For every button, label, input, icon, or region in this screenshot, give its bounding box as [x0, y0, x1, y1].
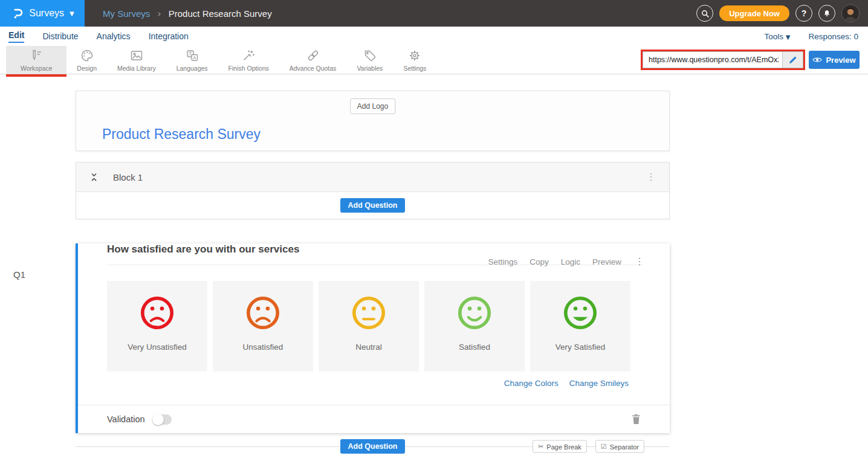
tool-label: Design: [77, 65, 97, 72]
block-add-question-row: Add Question: [76, 192, 669, 219]
brand-label: Surveys: [29, 8, 64, 19]
page-break-button[interactable]: ✂ Page Break: [533, 440, 587, 453]
neutral-face-icon: [350, 294, 387, 332]
brand-menu[interactable]: Surveys ▼: [0, 0, 85, 27]
tool-advance-quotas[interactable]: Advance Quotas: [279, 46, 347, 74]
settings-icon: [407, 48, 422, 63]
delete-question-button[interactable]: [632, 414, 641, 425]
languages-icon: 文 A: [185, 48, 199, 63]
edit-url-button[interactable]: [782, 52, 803, 68]
editor-content: Q1 Add Logo Product Research Survey Bloc…: [0, 91, 868, 476]
question-logic-link[interactable]: Logic: [561, 257, 580, 266]
separator-button[interactable]: ☑ Separator: [595, 440, 644, 453]
frown-face-icon: [244, 294, 282, 332]
breadcrumb: My Surveys › Product Research Survey: [85, 8, 696, 19]
tools-dropdown[interactable]: Tools ▼: [764, 32, 790, 41]
help-button[interactable]: ?: [795, 5, 812, 22]
svg-text:A: A: [193, 54, 196, 60]
tab-distribute[interactable]: Distribute: [42, 31, 78, 41]
change-colors-link[interactable]: Change Colors: [504, 379, 559, 388]
block-menu-kebab-icon[interactable]: ⋮: [646, 172, 656, 182]
responses-count: Responses: 0: [808, 32, 858, 41]
breadcrumb-current: Product Research Survey: [169, 8, 272, 19]
block-title[interactable]: Block 1: [113, 172, 143, 182]
bell-icon: [823, 9, 831, 18]
smiley-options-row: Very Unsatisfied Unsatisfied: [107, 281, 670, 371]
checkbox-checked-icon: ☑: [601, 443, 607, 451]
preview-button[interactable]: Preview: [809, 51, 860, 69]
survey-editor-screen: Surveys ▼ My Surveys › Product Research …: [0, 0, 868, 476]
chevron-down-icon: ▼: [70, 10, 74, 17]
collapse-block-icon[interactable]: [89, 172, 99, 182]
question-copy-link[interactable]: Copy: [530, 257, 549, 266]
top-header-bar: Surveys ▼ My Surveys › Product Research …: [0, 0, 868, 27]
survey-title[interactable]: Product Research Survey: [102, 126, 261, 143]
smiley-option-very-satisfied[interactable]: Very Satisfied: [530, 281, 630, 371]
smiley-label: Neutral: [355, 343, 382, 352]
advance-quotas-icon: [306, 48, 320, 63]
smiley-option-satisfied[interactable]: Satisfied: [424, 281, 525, 371]
chevron-down-icon: ▼: [786, 34, 791, 40]
breadcrumb-parent-link[interactable]: My Surveys: [103, 8, 150, 19]
survey-header-card: Add Logo Product Research Survey: [76, 91, 670, 151]
eye-icon: [812, 56, 822, 63]
search-icon: [701, 9, 710, 18]
breadcrumb-separator-icon: ›: [157, 8, 161, 19]
question-settings-link[interactable]: Settings: [488, 257, 517, 266]
smiley-option-neutral[interactable]: Neutral: [319, 281, 419, 371]
tool-label: Advance Quotas: [290, 65, 337, 72]
workspace-icon: [29, 48, 44, 63]
design-icon: [80, 48, 94, 63]
smiley-label: Very Unsatisfied: [128, 343, 187, 352]
question-number-label: Q1: [13, 269, 25, 280]
question-actions: Settings Copy Logic Preview ⋮: [488, 257, 644, 266]
add-question-button-bottom[interactable]: Add Question: [340, 439, 406, 454]
smiley-option-very-unsatisfied[interactable]: Very Unsatisfied: [107, 281, 207, 371]
tool-languages[interactable]: 文 A Languages: [166, 46, 218, 74]
trash-icon: [632, 414, 641, 425]
survey-url-input[interactable]: [643, 52, 782, 68]
block-header: Block 1 ⋮: [76, 162, 669, 192]
tab-integration[interactable]: Integration: [149, 31, 189, 41]
tool-settings[interactable]: Settings: [393, 46, 436, 74]
validation-label: Validation: [107, 414, 145, 424]
finish-options-icon: [241, 48, 256, 63]
avatar-photo: [842, 5, 859, 22]
validation-row: Validation: [78, 405, 670, 433]
notifications-button[interactable]: [818, 5, 835, 22]
smile-face-icon: [456, 294, 493, 332]
tool-finish-options[interactable]: Finish Options: [218, 46, 279, 74]
tab-analytics[interactable]: Analytics: [97, 31, 131, 41]
tool-media-library[interactable]: Media Library: [107, 46, 166, 74]
question-mark-icon: ?: [802, 8, 807, 18]
toggle-knob: [152, 414, 164, 425]
tool-label: Finish Options: [228, 65, 269, 72]
tool-label: Workspace: [21, 65, 52, 72]
section-tabbar: Edit Distribute Analytics Integration To…: [0, 27, 868, 46]
tool-design[interactable]: Design: [66, 46, 107, 74]
footer-insert-buttons: ✂ Page Break ☑ Separator: [533, 440, 644, 453]
tool-variables[interactable]: Variables: [346, 46, 393, 74]
block-card: Block 1 ⋮ Add Question: [76, 162, 670, 219]
validation-toggle[interactable]: [152, 414, 172, 425]
upgrade-now-button[interactable]: Upgrade Now: [719, 5, 789, 21]
smiley-option-unsatisfied[interactable]: Unsatisfied: [213, 281, 313, 371]
survey-url-field-group: [643, 51, 803, 68]
question-menu-kebab-icon[interactable]: ⋮: [635, 257, 644, 266]
smiley-label: Satisfied: [459, 343, 490, 352]
smiley-customize-links: Change Colors Change Smileys: [78, 379, 629, 388]
user-avatar[interactable]: [841, 4, 860, 22]
scissors-icon: ✂: [538, 443, 543, 451]
tab-edit[interactable]: Edit: [8, 30, 24, 43]
survey-url-annotation-box: [641, 50, 805, 70]
question-card: Settings Copy Logic Preview ⋮ How satisf…: [76, 243, 670, 433]
search-button[interactable]: [696, 5, 713, 22]
change-smileys-link[interactable]: Change Smileys: [569, 379, 629, 388]
tool-workspace[interactable]: Workspace: [6, 46, 66, 74]
smiley-label: Unsatisfied: [243, 343, 283, 352]
question-preview-link[interactable]: Preview: [592, 257, 621, 266]
add-question-button-top[interactable]: Add Question: [340, 198, 406, 213]
tool-label: Languages: [177, 65, 208, 72]
add-logo-button[interactable]: Add Logo: [350, 98, 395, 114]
smiley-label: Very Satisfied: [555, 343, 606, 352]
